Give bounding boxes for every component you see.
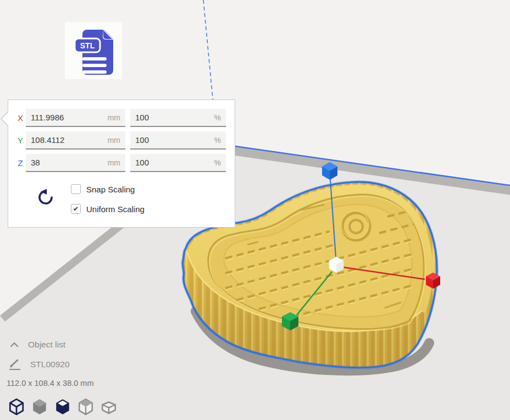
cura-viewport[interactable]: STL X mm % Y mm (0, 0, 510, 420)
stl-file-thumbnail: STL (65, 22, 122, 79)
collapse-caret-icon (10, 342, 19, 347)
rename-pencil-icon (9, 358, 22, 371)
mesh-type-toolbar (9, 398, 117, 416)
cube-solid-icon[interactable] (32, 398, 47, 416)
scale-tool-panel: X mm % Y mm % Z mm (8, 100, 235, 228)
cube-flat-icon[interactable] (101, 398, 117, 416)
uniform-scaling-label: Uniform Scaling (86, 205, 145, 214)
scale-row-z: Z mm % (8, 154, 235, 172)
object-list-item[interactable]: STL00920 (9, 358, 70, 371)
z-percent-field: % (130, 154, 226, 172)
reset-scale-button[interactable] (35, 187, 57, 209)
z-size-unit: mm (104, 158, 120, 167)
x-size-field: mm (26, 109, 125, 127)
reset-ccw-icon (35, 187, 56, 208)
scale-row-x: X mm % (8, 109, 235, 127)
z-size-field: mm (26, 154, 125, 172)
snap-scaling-checkbox[interactable] (71, 184, 81, 194)
y-percent-unit: % (211, 136, 221, 145)
object-list-header[interactable]: Object list (10, 340, 65, 350)
y-size-unit: mm (104, 136, 120, 145)
object-list-title: Object list (28, 340, 65, 350)
x-size-unit: mm (104, 113, 120, 122)
x-percent-unit: % (211, 113, 221, 122)
y-percent-input[interactable] (135, 135, 211, 145)
cube-outline-icon[interactable] (9, 398, 24, 416)
center-scale-handle[interactable] (329, 257, 343, 273)
scale-row-y: Y mm % (8, 131, 235, 150)
z-percent-input[interactable] (135, 158, 211, 167)
object-dimensions: 112.0 x 108.4 x 38.0 mm (7, 379, 94, 388)
x-size-input[interactable] (31, 113, 104, 122)
uniform-scaling-checkbox[interactable] (71, 204, 81, 214)
uniform-scaling-checkbox-row[interactable]: Uniform Scaling (71, 203, 145, 214)
stl-badge-label: STL (80, 41, 95, 50)
z-percent-unit: % (211, 158, 221, 167)
stl-file-icon: STL (70, 25, 121, 78)
snap-scaling-label: Snap Scaling (86, 185, 135, 194)
axis-y-label: Y (15, 131, 26, 150)
object-name: STL00920 (30, 360, 70, 369)
snap-scaling-checkbox-row[interactable]: Snap Scaling (71, 184, 135, 195)
y-percent-field: % (130, 131, 226, 150)
x-percent-input[interactable] (135, 113, 211, 122)
y-size-field: mm (26, 131, 125, 150)
cube-top-icon[interactable] (78, 398, 93, 416)
y-size-input[interactable] (31, 135, 104, 145)
axis-x-label: X (15, 109, 26, 127)
axis-z-label: Z (15, 154, 26, 172)
x-percent-field: % (130, 109, 226, 127)
cube-xray-icon[interactable] (55, 398, 70, 416)
z-size-input[interactable] (31, 158, 104, 167)
